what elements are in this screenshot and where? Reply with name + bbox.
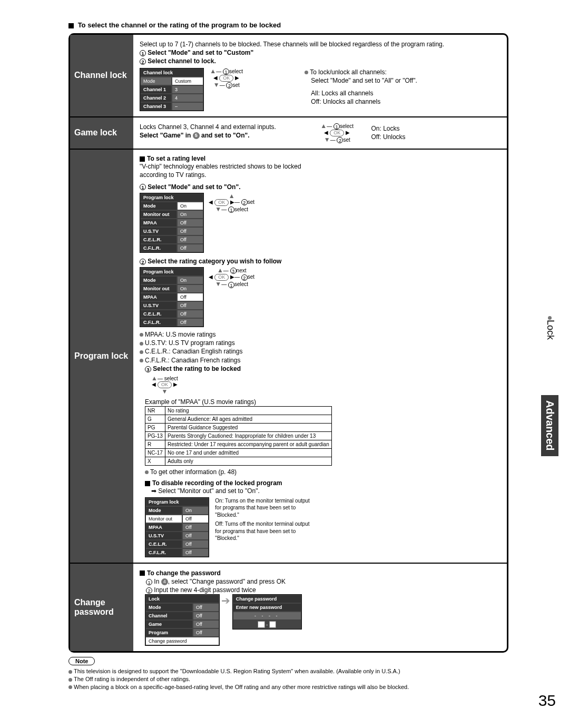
disable-rec-hdr: To disable recording of the locked progr… [152,479,282,487]
channel-lock-step2: Select channel to lock. [148,57,215,65]
game-on: On: Locks [371,124,405,133]
program-lock-label: Program lock [70,150,133,563]
game-lock-label: Game lock [70,117,133,150]
ok-button-icon: OK [330,130,344,136]
arrow-right-icon: ➔ [221,595,230,606]
ok-button-icon: OK [219,75,233,82]
channel-lock-step1: Select "Mode" and set to "Custom" [148,49,253,56]
page-title-text: To select the channel or the rating of t… [78,21,281,29]
note-1: This television is designed to support t… [74,668,400,674]
tip-body: Select "Mode" and set to "All" or "Off". [305,76,452,85]
step-ref-5: 5 [193,132,200,139]
game-lock-content: Locks Channel 3, Channel 4 and external … [133,117,507,150]
tip-all: All: Locks all channels [305,89,452,97]
legend-ustv: U.S.TV: U.S TV program ratings [145,339,235,347]
pl-step2: Select the rating category you wish to f… [148,258,281,265]
tip-off: Off: Unlocks all channels [305,97,452,106]
program-lock-menu-2: Program lock ModeOn Monitor outOn MPAAOf… [140,267,204,327]
legend-cflr: C.F.L.R.: Canadian French ratings [145,357,240,364]
monitor-on-desc: On: Turns on the monitor terminal output… [215,497,315,519]
page-title: To select the channel or the rating of t… [68,21,543,29]
program-lock-menu-3: Program lock ModeOn Monitor outOff MPAAO… [145,497,209,557]
password-field[interactable]: - - - - [233,612,301,620]
disable-instr: Select "Monitor out" and set to "On". [158,487,259,495]
step-2-icon: 2 [140,58,146,65]
note-2: The Off rating is independent of other r… [74,676,190,682]
vchip-desc: "V-chip" technology enables restricted s… [140,162,307,179]
nav-pad: ▲— 3next ◀ OK ▶— 2set ▼— 1select [209,267,254,288]
legend-celr: C.E.L.R.: Canadian English ratings [145,348,242,355]
nav-pad: ▲— 1select ◀ OK ▶ ▼— 2set [210,68,243,89]
square-icon [140,156,145,162]
channel-lock-content: Select up to 7 (1-7) channels to be bloc… [133,35,507,117]
game-off: Off: Unlocks [371,133,405,141]
game-lock-desc: Locks Channel 3, Channel 4 and external … [140,123,308,131]
monitor-off-desc: Off: Turns off the monitor terminal outp… [215,520,315,542]
side-tab-advanced: Advanced [541,395,558,456]
channel-lock-menu: Channel lock ModeCustom Channel 13 Chann… [140,68,204,111]
pl-step3: Select the rating to be locked [153,365,241,372]
mpaa-example-hdr: Example of "MPAA" (U.S movie ratings) [145,398,335,406]
side-label-lock: Lock [545,316,556,340]
nav-pad: ▲— select ◀ OK ▶ ▼ [151,375,178,395]
bullet-icon [305,71,308,74]
nav-pad: ▲— 1select ◀ OK ▶ ▼— 2set [320,123,354,144]
mpaa-ratings-table: NRNo rating GGeneral Audience: All ages … [145,406,332,466]
program-lock-content: To set a rating level "V-chip" technolog… [133,150,507,563]
channel-lock-intro: Select up to 7 (1-7) channels to be bloc… [140,40,501,48]
note-3: When placing a block on a specific-age-b… [74,684,409,690]
cp-step2: Input the new 4-digit password twice [154,586,256,594]
square-bullet [68,23,74,28]
change-password-label: Change password [70,564,133,652]
key-range: 0 [258,621,265,628]
info-ref: To get other information (p. 48) [150,468,237,476]
lock-menu: Lock ModeOff ChannelOff GameOff ProgramO… [145,594,220,646]
lock-sections-table: Channel lock Select up to 7 (1-7) channe… [68,33,508,653]
step-1-icon: 1 [140,50,146,56]
page-number: 35 [538,692,556,710]
cp-step1: , select "Change password" and press OK [168,578,286,585]
nav-pad: ▲ ◀ OK ▶— 2set ▼— 1select [209,193,254,213]
pl-step1: Select "Mode" and set to "On". [148,183,240,191]
change-pw-hdr: To change the password [147,569,221,577]
program-lock-menu-1: Program lock ModeOn Monitor outOn MPAAOf… [140,193,204,253]
tip-head: To lock/unlock all channels: [310,68,386,76]
notes: This television is designed to support t… [68,667,543,691]
change-password-content: To change the password 1 In 4, select "C… [133,564,507,652]
channel-lock-label: Channel lock [70,35,133,117]
note-label: Note [68,657,95,665]
set-rating-hdr: To set a rating level [147,155,205,162]
menu-title: Channel lock [140,68,203,77]
legend-mpaa: MPAA: U.S movie ratings [145,331,215,338]
step-ref-4: 4 [161,578,168,585]
change-password-dialog: Change password Enter new password - - -… [232,594,302,629]
